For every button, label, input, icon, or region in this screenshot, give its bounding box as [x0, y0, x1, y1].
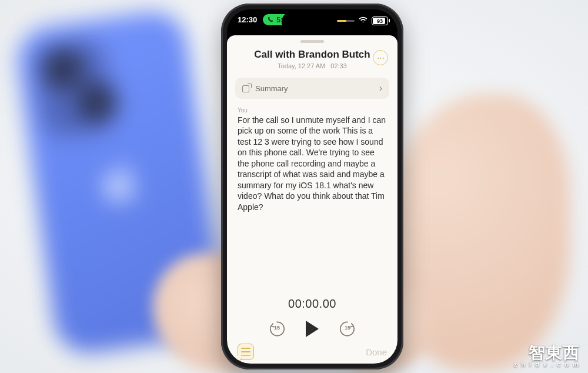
transcript-toggle-button[interactable]	[238, 344, 254, 360]
transcript-icon	[241, 348, 250, 356]
skip-back-button[interactable]: 15	[268, 320, 286, 338]
watermark-url: z h i d x . c o m	[514, 361, 580, 368]
status-bar: 12:30 5:15 93	[227, 9, 397, 35]
skip-back-amount: 15	[268, 325, 286, 331]
transcript-speaker: You	[238, 107, 387, 114]
summary-icon	[242, 84, 250, 92]
wifi-icon	[359, 15, 368, 26]
phone-icon	[268, 15, 273, 24]
note-duration: 02:33	[330, 62, 347, 69]
transcript-section: You For the call so I unmute myself and …	[227, 99, 397, 215]
watermark: 智東西 z h i d x . c o m	[514, 344, 580, 368]
bottom-toolbar: Done	[227, 340, 397, 364]
chevron-right-icon: ›	[379, 83, 382, 94]
note-date: Today, 12:27 AM	[278, 62, 325, 69]
iphone-frame: 12:30 5:15 93	[221, 4, 403, 369]
skip-forward-button[interactable]: 15	[339, 320, 356, 338]
note-subtitle: Today, 12:27 AM 02:33	[239, 62, 386, 69]
summary-button[interactable]: Summary ›	[235, 78, 389, 99]
done-button[interactable]: Done	[366, 347, 387, 357]
recording-sheet: Call with Brandon Butch Today, 12:27 AM …	[227, 35, 397, 364]
sheet-grabber[interactable]	[300, 40, 324, 43]
ellipsis-icon: ⋯	[377, 54, 385, 62]
summary-label: Summary	[255, 84, 288, 93]
recording-indicator	[337, 20, 355, 22]
more-options-button[interactable]: ⋯	[373, 50, 388, 65]
watermark-text: 智東西	[514, 344, 580, 361]
dynamic-island[interactable]	[283, 13, 342, 31]
battery-indicator: 93	[372, 16, 388, 25]
transcript-body: For the call so I unmute myself and I ca…	[238, 115, 387, 212]
playback-time: 00:00.00	[227, 297, 397, 311]
phone-screen: 12:30 5:15 93	[227, 9, 397, 364]
audio-player: 00:00.00 15 15	[227, 297, 397, 338]
play-button[interactable]	[306, 321, 319, 337]
note-title: Call with Brandon Butch	[239, 49, 386, 61]
status-time: 12:30	[238, 15, 257, 24]
skip-forward-amount: 15	[339, 325, 356, 331]
